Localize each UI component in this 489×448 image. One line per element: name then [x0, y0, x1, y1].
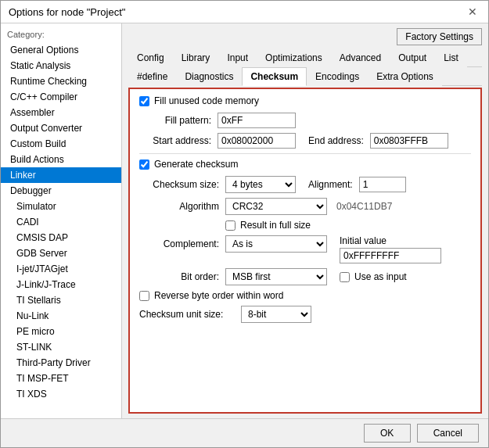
sidebar-item-debugger[interactable]: Debugger	[1, 183, 121, 199]
fill-pattern-row: Fill pattern:	[139, 113, 471, 128]
address-row: Start address: End address:	[139, 133, 471, 149]
bit-order-select[interactable]: MSB firstLSB first	[225, 268, 327, 285]
initial-value-input[interactable]	[340, 248, 441, 263]
tab-advanced[interactable]: Advanced	[331, 48, 390, 67]
sidebar-item-assembler[interactable]: Assembler	[1, 105, 121, 120]
sidebar-item-nu-link[interactable]: Nu-Link	[1, 308, 121, 324]
cancel-button[interactable]: Cancel	[417, 424, 479, 443]
bit-order-label: Bit order:	[139, 271, 225, 282]
checksum-unit-row: Checksum unit size: 8-bit16-bit32-bit	[139, 306, 471, 323]
result-full-size-checkbox[interactable]	[225, 220, 236, 231]
sidebar-item-static-analysis[interactable]: Static Analysis	[1, 58, 121, 73]
tab-output[interactable]: Output	[390, 48, 435, 67]
sidebar-item-st-link[interactable]: ST-LINK	[1, 339, 121, 355]
main-panel: Factory Settings ConfigLibraryInputOptim…	[122, 23, 488, 418]
generate-checksum-label[interactable]: Generate checksum	[154, 159, 238, 170]
tab-list[interactable]: List	[435, 48, 467, 67]
dialog-title: Options for node "Project"	[9, 6, 125, 18]
result-full-size-row: Result in full size	[225, 220, 471, 231]
factory-row: Factory Settings	[128, 28, 482, 45]
reverse-byte-checkbox[interactable]	[139, 291, 149, 301]
ok-button[interactable]: OK	[364, 424, 411, 443]
sidebar-item-runtime-checking[interactable]: Runtime Checking	[1, 73, 121, 89]
divider1	[139, 153, 471, 154]
sidebar-item-jlink[interactable]: J-Link/J-Trace	[1, 277, 121, 292]
sidebar-item-ijet[interactable]: I-jet/JTAGjet	[1, 261, 121, 277]
sidebar-item-output-converter[interactable]: Output Converter	[1, 120, 121, 136]
checksum-unit-select[interactable]: 8-bit16-bit32-bit	[241, 306, 311, 323]
tab-diagnostics[interactable]: Diagnostics	[176, 67, 242, 86]
complement-select[interactable]: As isOne's complementTwo's complement	[225, 235, 327, 253]
sidebar-item-pe-micro[interactable]: PE micro	[1, 324, 121, 339]
sidebar-item-ti-stellaris[interactable]: TI Stellaris	[1, 292, 121, 308]
tab--define[interactable]: #define	[128, 67, 176, 86]
complement-row: Complement: As isOne's complementTwo's c…	[139, 235, 471, 263]
use-as-input-row: Use as input	[340, 271, 407, 282]
alignment-input[interactable]	[359, 177, 406, 192]
algorithm-label: Algorithm	[139, 201, 225, 212]
sidebar-item-cadi[interactable]: CADI	[1, 214, 121, 230]
fill-unused-row: Fill unused code memory	[139, 95, 471, 106]
checksum-size-row: Checksum size: 1 byte2 bytes4 bytes Alig…	[139, 176, 471, 193]
end-address-label: End address:	[308, 135, 364, 146]
sidebar-item-build-actions[interactable]: Build Actions	[1, 152, 121, 167]
algorithm-row: Algorithm CRC16CRC32Sum 0x04C11DB7	[139, 198, 471, 215]
title-bar: Options for node "Project" ✕	[1, 1, 488, 23]
sidebar-item-ti-xds[interactable]: TI XDS	[1, 386, 121, 402]
alignment-label: Alignment:	[308, 179, 353, 190]
sidebar-item-c-compiler[interactable]: C/C++ Compiler	[1, 89, 121, 105]
checksum-unit-label: Checksum unit size:	[139, 309, 241, 320]
generate-checksum-row: Generate checksum	[139, 159, 471, 170]
fill-pattern-input[interactable]	[218, 113, 296, 128]
sidebar: Category: General OptionsStatic Analysis…	[1, 23, 122, 418]
algorithm-select[interactable]: CRC16CRC32Sum	[225, 198, 327, 215]
algo-hex-display: 0x04C11DB7	[336, 201, 392, 212]
reverse-byte-row: Reverse byte order within word	[139, 290, 471, 301]
tab-library[interactable]: Library	[173, 48, 219, 67]
reverse-byte-label[interactable]: Reverse byte order within word	[154, 290, 283, 301]
fill-unused-checkbox[interactable]	[139, 96, 149, 106]
sidebar-item-gdb-server[interactable]: GDB Server	[1, 246, 121, 261]
start-address-input[interactable]	[218, 133, 296, 149]
result-full-size-label[interactable]: Result in full size	[240, 220, 311, 231]
sidebar-item-custom-build[interactable]: Custom Build	[1, 136, 121, 152]
sidebar-item-general-options[interactable]: General Options	[1, 42, 121, 58]
checksum-size-label: Checksum size:	[139, 179, 225, 190]
tabs-row2: #defineDiagnosticsChecksumEncodingsExtra…	[128, 67, 482, 86]
sidebar-item-third-party[interactable]: Third-Party Driver	[1, 355, 121, 371]
dialog-body: Category: General OptionsStatic Analysis…	[1, 23, 488, 418]
dialog: Options for node "Project" ✕ Category: G…	[0, 0, 489, 448]
sidebar-item-simulator[interactable]: Simulator	[1, 199, 121, 214]
fill-pattern-label: Fill pattern:	[139, 115, 218, 126]
checksum-size-select[interactable]: 1 byte2 bytes4 bytes	[225, 176, 296, 193]
use-as-input-group: Use as input	[340, 268, 407, 282]
initial-value-label: Initial value	[340, 235, 441, 246]
start-address-label: Start address:	[139, 135, 218, 146]
generate-checksum-checkbox[interactable]	[139, 159, 149, 170]
bit-order-row: Bit order: MSB firstLSB first Use as inp…	[139, 268, 471, 285]
close-button[interactable]: ✕	[465, 5, 480, 18]
tab-encodings[interactable]: Encodings	[307, 67, 368, 86]
tab-optimizations[interactable]: Optimizations	[257, 48, 331, 67]
fill-unused-label[interactable]: Fill unused code memory	[154, 95, 259, 106]
sidebar-item-cmsis-dap[interactable]: CMSIS DAP	[1, 230, 121, 246]
tabs-row1: ConfigLibraryInputOptimizationsAdvancedO…	[128, 48, 482, 67]
tab-checksum[interactable]: Checksum	[242, 67, 307, 86]
tab-config[interactable]: Config	[128, 48, 173, 67]
sidebar-item-ti-msp-fet[interactable]: TI MSP-FET	[1, 371, 121, 386]
category-label: Category:	[1, 27, 121, 42]
use-as-input-label[interactable]: Use as input	[354, 271, 407, 282]
complement-label: Complement:	[139, 238, 225, 249]
initial-value-group: Initial value	[340, 235, 441, 263]
factory-settings-button[interactable]: Factory Settings	[397, 28, 482, 45]
sidebar-item-linker[interactable]: Linker	[1, 167, 121, 183]
tab-extra-options[interactable]: Extra Options	[368, 67, 442, 86]
end-address-input[interactable]	[370, 133, 448, 149]
tab-input[interactable]: Input	[218, 48, 257, 67]
content-area: Fill unused code memory Fill pattern: St…	[128, 88, 482, 414]
dialog-footer: OK Cancel	[1, 418, 488, 447]
use-as-input-checkbox[interactable]	[340, 272, 350, 282]
